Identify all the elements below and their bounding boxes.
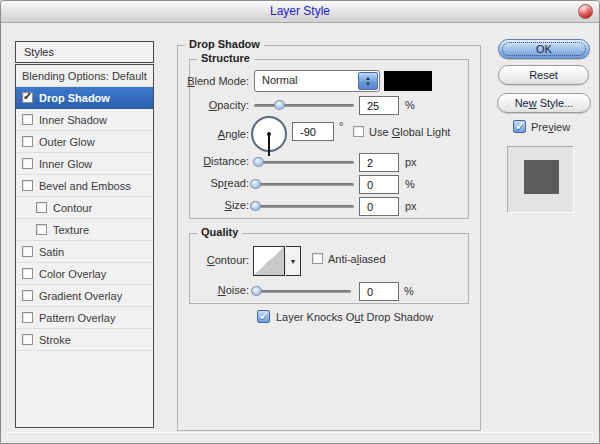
style-item-label: Texture	[53, 224, 89, 236]
style-item-label: Contour	[53, 202, 92, 214]
preview-label: Preview	[531, 121, 570, 133]
style-enable-checkbox[interactable]	[22, 136, 33, 147]
styles-list-item[interactable]: Gradient Overlay	[16, 285, 153, 307]
style-enable-checkbox[interactable]	[22, 334, 33, 345]
contour-label: Contour:	[141, 254, 249, 266]
angle-unit: °	[339, 120, 343, 132]
distance-unit: px	[405, 156, 417, 168]
opacity-slider[interactable]	[254, 104, 354, 107]
layer-style-dialog: Layer Style Styles Blending Options: Def…	[0, 0, 600, 444]
size-input[interactable]	[359, 197, 399, 216]
style-enable-checkbox[interactable]	[22, 246, 33, 257]
angle-input[interactable]	[292, 122, 334, 141]
blend-mode-label: Blend Mode:	[141, 75, 249, 87]
spread-slider[interactable]	[254, 183, 354, 186]
style-enable-checkbox[interactable]	[22, 312, 33, 323]
spread-label: Spread:	[141, 177, 249, 189]
contour-dropdown-arrow-icon[interactable]	[286, 246, 301, 276]
stepper-arrows-icon[interactable]: ▲▼	[358, 72, 378, 90]
style-item-label: Color Overlay	[39, 268, 106, 280]
styles-list-item[interactable]: Bevel and Emboss	[16, 175, 153, 197]
blend-mode-value: Normal	[262, 74, 297, 86]
style-enable-checkbox[interactable]	[22, 114, 33, 125]
spread-slider-thumb[interactable]	[250, 179, 261, 189]
effect-preview-thumbnail	[507, 146, 574, 213]
effect-preview-swatch	[524, 160, 559, 194]
anti-aliased-checkbox[interactable]	[312, 253, 323, 264]
spread-unit: %	[405, 178, 415, 190]
opacity-slider-thumb[interactable]	[274, 100, 285, 110]
styles-list: Blending Options: DefaultDrop ShadowInne…	[15, 64, 154, 428]
blend-mode-select[interactable]: Normal ▲▼	[254, 70, 380, 92]
style-enable-checkbox[interactable]	[22, 268, 33, 279]
close-icon[interactable]	[578, 4, 593, 19]
distance-label: Distance:	[141, 155, 249, 167]
style-item-label: Drop Shadow	[39, 92, 110, 104]
quality-title: Quality	[197, 226, 242, 238]
bottom-divider	[6, 432, 594, 433]
preview-checkbox[interactable]	[513, 120, 526, 133]
noise-label: Noise:	[141, 284, 249, 296]
style-enable-checkbox[interactable]	[22, 290, 33, 301]
distance-slider[interactable]	[254, 161, 354, 164]
distance-input[interactable]	[359, 153, 399, 172]
size-slider[interactable]	[254, 205, 354, 208]
size-label: Size:	[141, 199, 249, 211]
style-item-label: Satin	[39, 246, 64, 258]
styles-list-item[interactable]: Blending Options: Default	[16, 65, 153, 87]
style-item-label: Inner Shadow	[39, 114, 107, 126]
ok-button[interactable]: OK	[498, 39, 590, 59]
contour-thumbnail[interactable]	[253, 246, 285, 276]
angle-label: Angle:	[141, 128, 249, 140]
noise-input[interactable]	[359, 282, 399, 301]
angle-dial-pointer	[268, 134, 270, 156]
style-item-label: Blending Options: Default	[22, 70, 147, 82]
styles-header: Styles	[15, 41, 154, 63]
style-item-label: Pattern Overlay	[39, 312, 115, 324]
new-style-button[interactable]: New Style...	[497, 93, 591, 113]
styles-list-item[interactable]: Inner Glow	[16, 153, 153, 175]
styles-list-item[interactable]: Texture	[16, 219, 153, 241]
size-slider-thumb[interactable]	[250, 201, 261, 211]
angle-dial[interactable]	[251, 116, 287, 152]
use-global-light-checkbox[interactable]	[353, 126, 364, 137]
style-enable-checkbox[interactable]	[22, 158, 33, 169]
title-bar[interactable]: Layer Style	[1, 1, 599, 23]
noise-slider-thumb[interactable]	[251, 286, 262, 296]
noise-unit: %	[404, 285, 414, 297]
opacity-label: Opacity:	[141, 99, 249, 111]
styles-list-item[interactable]: Outer Glow	[16, 131, 153, 153]
dialog-title: Layer Style	[1, 1, 599, 22]
reset-button[interactable]: Reset	[498, 65, 589, 85]
style-item-label: Bevel and Emboss	[39, 180, 131, 192]
size-unit: px	[405, 200, 417, 212]
use-global-light-label: Use Global Light	[369, 126, 450, 138]
style-enable-checkbox[interactable]	[36, 202, 47, 213]
style-enable-checkbox[interactable]	[22, 92, 33, 103]
style-item-label: Inner Glow	[39, 158, 92, 170]
anti-aliased-label: Anti-aliased	[328, 253, 386, 265]
layer-knockout-checkbox[interactable]	[257, 310, 270, 323]
style-item-label: Stroke	[39, 334, 71, 346]
styles-list-item[interactable]: Stroke	[16, 329, 153, 351]
shadow-color-swatch[interactable]	[384, 71, 432, 91]
styles-list-item[interactable]: Inner Shadow	[16, 109, 153, 131]
layer-knockout-label: Layer Knocks Out Drop Shadow	[276, 311, 433, 323]
styles-list-item[interactable]: Drop Shadow	[16, 87, 153, 109]
styles-list-item[interactable]: Contour	[16, 197, 153, 219]
spread-input[interactable]	[359, 175, 399, 194]
style-item-label: Outer Glow	[39, 136, 95, 148]
styles-list-item[interactable]: Satin	[16, 241, 153, 263]
style-item-label: Gradient Overlay	[39, 290, 122, 302]
noise-slider[interactable]	[254, 290, 351, 293]
style-enable-checkbox[interactable]	[36, 224, 47, 235]
opacity-unit: %	[405, 99, 415, 111]
structure-title: Structure	[197, 52, 254, 64]
styles-list-item[interactable]: Color Overlay	[16, 263, 153, 285]
styles-list-item[interactable]: Pattern Overlay	[16, 307, 153, 329]
distance-slider-thumb[interactable]	[253, 157, 264, 167]
opacity-input[interactable]	[359, 96, 399, 115]
panel-title: Drop Shadow	[185, 38, 264, 50]
style-enable-checkbox[interactable]	[22, 180, 33, 191]
